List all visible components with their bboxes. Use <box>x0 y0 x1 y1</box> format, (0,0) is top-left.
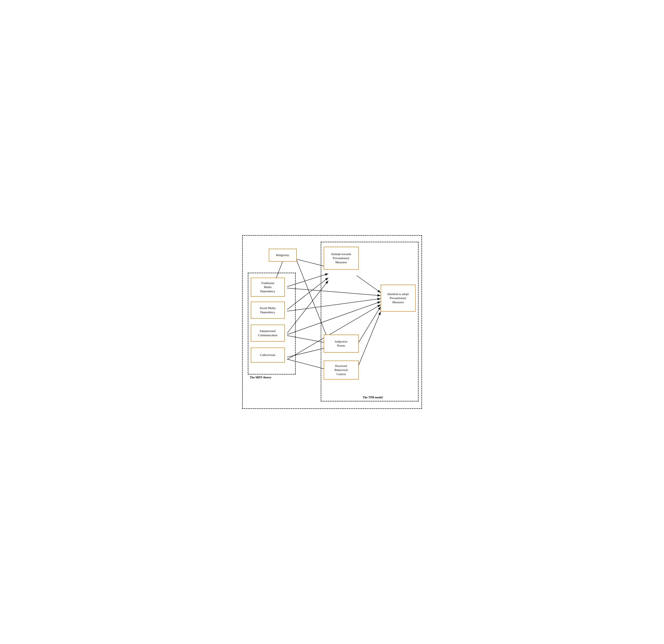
intention-box: Intention to adoptPrecautionaryMeasures <box>381 285 416 312</box>
diagram: Religiosity The MDT theory TraditionalMe… <box>242 235 422 409</box>
social-media-label: Social MediaDependency <box>260 306 276 314</box>
mdt-label: The MDT theory <box>250 375 272 379</box>
interpersonal-box: InterpersonalCommunication <box>251 325 285 342</box>
religiosity-box: Religiosity <box>269 249 297 262</box>
tpb-label: The TPB model <box>363 395 383 399</box>
intention-label: Intention to adoptPrecautionaryMeasures <box>388 292 409 304</box>
perceived-behavioral-box: PerceivedBehavioralControl <box>324 361 359 380</box>
attitude-box: Attitude towardsPrecautionaryMeasures <box>324 247 359 270</box>
interpersonal-label: InterpersonalCommunication <box>258 329 277 337</box>
collectivism-label: Collectivism <box>260 353 275 357</box>
subjective-norms-box: SubjectiveNorms <box>324 335 359 352</box>
attitude-label: Attitude towardsPrecautionaryMeasures <box>331 252 351 264</box>
religiosity-label: Religiosity <box>276 253 289 257</box>
collectivism-box: Collectivism <box>251 348 285 363</box>
social-media-box: Social MediaDependency <box>251 302 285 319</box>
traditional-media-label: TraditionalMediaDependency <box>260 281 275 293</box>
subjective-norms-label: SubjectiveNorms <box>335 340 347 348</box>
traditional-media-box: TraditionalMediaDependency <box>251 278 285 297</box>
perceived-behavioral-label: PerceivedBehavioralControl <box>334 364 348 376</box>
